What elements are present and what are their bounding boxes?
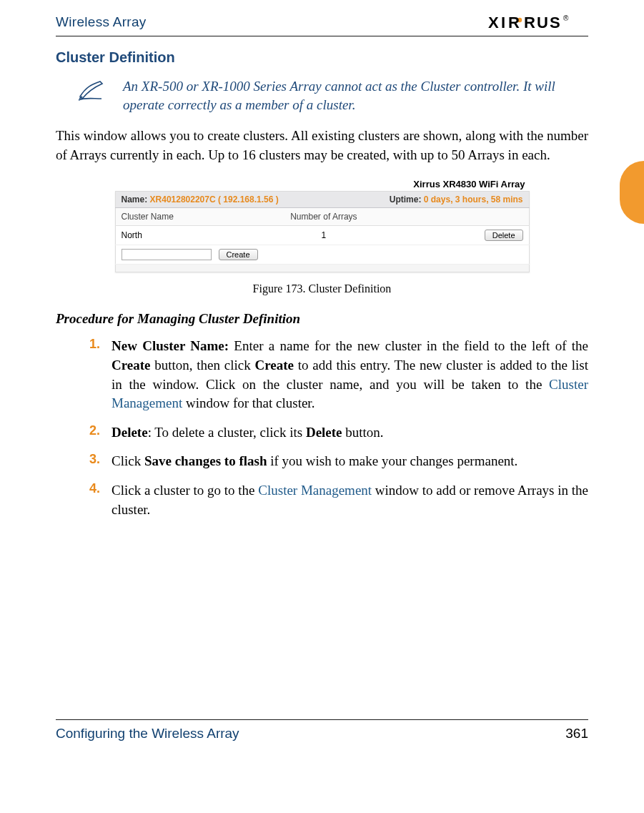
procedure-steps: 1. New Cluster Name: Enter a name for th…	[56, 337, 588, 519]
page-footer: Configuring the Wireless Array 361	[56, 719, 588, 741]
svg-text:I: I	[501, 14, 505, 30]
procedure-heading: Procedure for Managing Cluster Definitio…	[56, 311, 588, 327]
step-number: 4.	[86, 481, 100, 519]
figure-ip-value: ( 192.168.1.56 )	[218, 194, 279, 205]
step-text: Click Save changes to flash if you wish …	[112, 452, 588, 471]
step-number: 1.	[86, 337, 100, 413]
svg-text:X: X	[488, 14, 499, 30]
page-number: 361	[565, 726, 588, 741]
figure-row-array-count: 1	[280, 226, 367, 245]
step-4: 4. Click a cluster to go to the Cluster …	[86, 481, 588, 519]
figure-caption: Figure 173. Cluster Definition	[56, 282, 588, 295]
figure-name-value: XR4012802207C	[150, 194, 216, 205]
section-heading: Cluster Definition	[56, 49, 588, 66]
figure-cluster-definition: Xirrus XR4830 WiFi Array Name: XR4012802…	[115, 177, 530, 272]
brand-logo: X I R R U S ®	[488, 14, 588, 30]
cluster-management-link[interactable]: Cluster Management	[258, 483, 372, 498]
note-text: An XR-500 or XR-1000 Series Array cannot…	[123, 77, 588, 114]
delete-button[interactable]: Delete	[485, 230, 523, 241]
step-number: 2.	[86, 423, 100, 443]
figure-row-cluster-name: North	[115, 226, 280, 245]
create-button[interactable]: Create	[219, 249, 258, 260]
header-divider	[56, 36, 588, 36]
figure-col-number-arrays: Number of Arrays	[280, 208, 367, 226]
figure-col-cluster-name: Cluster Name	[115, 208, 280, 226]
step-3: 3. Click Save changes to flash if you wi…	[86, 452, 588, 471]
step-text: New Cluster Name: Enter a name for the n…	[112, 337, 588, 413]
header-title: Wireless Array	[56, 14, 147, 30]
step-2: 2. Delete: To delete a cluster, click it…	[86, 423, 588, 443]
svg-text:®: ®	[563, 14, 569, 22]
svg-text:R: R	[508, 14, 520, 30]
new-cluster-name-input[interactable]	[122, 249, 212, 260]
figure-product-title: Xirrus XR4830 WiFi Array	[115, 177, 530, 191]
step-1: 1. New Cluster Name: Enter a name for th…	[86, 337, 588, 413]
figure-uptime-label: Uptime:	[390, 194, 422, 205]
step-text: Delete: To delete a cluster, click its D…	[112, 423, 588, 443]
svg-text:S: S	[550, 14, 560, 30]
page-header: Wireless Array X I R R U S ®	[56, 14, 588, 30]
write-note-icon	[77, 77, 107, 114]
figure-uptime-value: 0 days, 3 hours, 58 mins	[424, 194, 523, 205]
svg-text:R: R	[524, 14, 535, 30]
footer-section-title: Configuring the Wireless Array	[56, 726, 239, 741]
svg-text:U: U	[537, 14, 548, 30]
step-number: 3.	[86, 452, 100, 471]
intro-paragraph: This window allows you to create cluster…	[56, 127, 588, 164]
step-text: Click a cluster to go to the Cluster Man…	[112, 481, 588, 519]
note-block: An XR-500 or XR-1000 Series Array cannot…	[56, 77, 588, 114]
figure-name-label: Name:	[122, 194, 148, 205]
